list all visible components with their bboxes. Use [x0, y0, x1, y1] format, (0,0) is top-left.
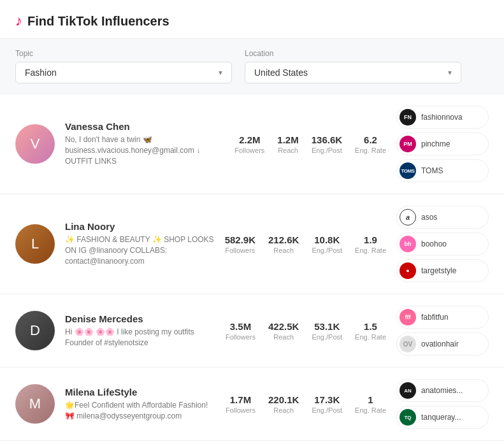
brand-logo: PM	[400, 136, 416, 152]
topic-label: Topic	[15, 49, 232, 58]
topic-dropdown[interactable]: Fashion ▾	[15, 62, 232, 83]
stat-value: 2.2M	[234, 134, 264, 145]
location-dropdown[interactable]: United States ▾	[245, 62, 461, 83]
stat-value: 212.6K	[268, 234, 299, 245]
stat-value: 1	[355, 394, 386, 405]
stat-label: Reach	[268, 406, 299, 414]
brand-name: tanqueray...	[421, 413, 461, 422]
stat-value: 422.5K	[268, 321, 299, 332]
location-chevron-icon: ▾	[448, 68, 452, 77]
influencer-row[interactable]: MMilena LifeStyle🌟Feel Confident with Af…	[0, 368, 504, 441]
avatar: D	[15, 311, 55, 350]
brand-pill[interactable]: TQtanqueray...	[396, 406, 489, 429]
filters-bar: Topic Fashion ▾ Location United States ▾	[0, 39, 504, 94]
stat-item: 1.7MFollowers	[226, 394, 256, 414]
stat-label: Eng./Post	[312, 147, 342, 154]
topic-chevron-icon: ▾	[219, 68, 222, 77]
stat-value: 6.2	[355, 134, 386, 145]
stat-label: Reach	[277, 147, 298, 154]
brand-name: ovationhair	[421, 340, 459, 348]
brand-pill[interactable]: FNfashionnova	[396, 106, 489, 129]
influencer-name[interactable]: Milena LifeStyle	[65, 387, 215, 397]
stat-item: 582.9KFollowers	[225, 234, 256, 254]
brand-list: ANanatomies...TQtanqueray...	[396, 379, 489, 429]
stat-label: Followers	[226, 406, 256, 414]
stat-label: Eng. Rate	[355, 147, 386, 154]
stat-value: 10.8K	[312, 234, 342, 245]
stat-item: 53.1KEng./Post	[312, 321, 342, 341]
brand-pill[interactable]: ●targetstyle	[396, 259, 489, 282]
page-header: ♪ Find TikTok Influencers	[0, 0, 504, 39]
stat-label: Eng./Post	[312, 333, 342, 341]
brand-pill[interactable]: aasos	[396, 206, 489, 229]
stat-value: 1.2M	[277, 134, 298, 145]
influencer-info: Vanessa ChenNo, I don't have a twin 🦋 bu…	[65, 121, 224, 166]
topic-filter-group: Topic Fashion ▾	[15, 49, 232, 83]
influencer-name[interactable]: Denise Mercedes	[65, 313, 215, 324]
influencer-name[interactable]: Lina Noory	[65, 221, 215, 232]
brand-logo: AN	[400, 382, 416, 399]
brand-pill[interactable]: bhboohoo	[396, 233, 489, 255]
influencer-row[interactable]: DDenise MercedesHi 🌸🌸 🌸🌸 I like posting …	[0, 294, 504, 368]
influencer-info: Lina Noory✨ FASHION & BEAUTY ✨ SHOP LOOK…	[65, 221, 215, 266]
influencer-info: Milena LifeStyle🌟Feel Confident with Aff…	[65, 387, 215, 422]
page-title: ♪ Find TikTok Influencers	[15, 13, 489, 29]
brand-pill[interactable]: ANanatomies...	[396, 379, 489, 402]
avatar: L	[15, 224, 55, 264]
influencer-stats: 582.9KFollowers212.6KReach10.8KEng./Post…	[225, 234, 386, 254]
brand-pill[interactable]: OVovationhair	[396, 333, 489, 355]
influencer-bio: 🌟Feel Confident with Affordable Fashion!…	[65, 400, 215, 422]
stat-label: Eng./Post	[312, 406, 342, 414]
brand-name: fashionnova	[421, 113, 463, 122]
location-label: Location	[245, 49, 461, 58]
influencer-bio: No, I don't have a twin 🦋 business.vivac…	[65, 134, 224, 166]
stat-item: 6.2Eng. Rate	[355, 134, 386, 154]
stat-item: 136.6KEng./Post	[312, 134, 342, 154]
brand-list: FNfashionnovaPMpinchmeTOMSTOMS	[396, 106, 489, 182]
stat-item: 17.3KEng./Post	[312, 394, 342, 414]
influencer-row[interactable]: LLina Noory✨ FASHION & BEAUTY ✨ SHOP LOO…	[0, 194, 504, 294]
brand-logo: FN	[400, 109, 416, 125]
influencer-name[interactable]: Vanessa Chen	[65, 121, 224, 132]
page-container: ♪ Find TikTok Influencers Topic Fashion …	[0, 0, 504, 441]
stat-value: 1.7M	[226, 394, 256, 405]
brand-name: asos	[421, 213, 437, 222]
avatar: M	[15, 384, 55, 424]
stat-value: 3.5M	[226, 321, 256, 332]
brand-name: boohoo	[421, 240, 447, 248]
stat-item: 1.2MReach	[277, 134, 298, 154]
stat-item: 1.5Eng. Rate	[355, 321, 386, 341]
stat-label: Reach	[268, 247, 299, 254]
influencer-stats: 2.2MFollowers1.2MReach136.6KEng./Post6.2…	[234, 134, 386, 154]
brand-pill[interactable]: ffffabfitfun	[396, 306, 489, 329]
stat-label: Eng. Rate	[355, 333, 386, 341]
stat-value: 582.9K	[225, 234, 256, 245]
stat-item: 422.5KReach	[268, 321, 299, 341]
stat-item: 212.6KReach	[268, 234, 299, 254]
stat-label: Followers	[234, 147, 264, 154]
brand-pill[interactable]: PMpinchme	[396, 132, 489, 155]
stat-item: 10.8KEng./Post	[312, 234, 342, 254]
brand-logo: ●	[400, 262, 416, 279]
brand-list: ffffabfitfunOVovationhair	[396, 306, 489, 355]
stat-label: Followers	[225, 247, 256, 254]
stat-item: 1Eng. Rate	[355, 394, 386, 414]
brand-logo: TQ	[400, 409, 416, 426]
stat-item: 3.5MFollowers	[226, 321, 256, 341]
stat-label: Eng. Rate	[355, 406, 386, 414]
stat-item: 1.9Eng. Rate	[355, 234, 386, 254]
stat-item: 220.1KReach	[268, 394, 299, 414]
stat-value: 53.1K	[312, 321, 342, 332]
influencer-bio: Hi 🌸🌸 🌸🌸 I like posting my outfits Found…	[65, 327, 215, 348]
influencer-bio: ✨ FASHION & BEAUTY ✨ SHOP LOOKS ON IG @l…	[65, 234, 215, 266]
brand-name: pinchme	[421, 140, 450, 148]
stat-label: Followers	[226, 333, 256, 341]
brand-list: aasosbhboohoo●targetstyle	[396, 206, 489, 282]
brand-pill[interactable]: TOMSTOMS	[396, 159, 489, 182]
influencer-stats: 1.7MFollowers220.1KReach17.3KEng./Post1E…	[226, 394, 386, 414]
stat-value: 136.6K	[312, 134, 342, 145]
influencer-stats: 3.5MFollowers422.5KReach53.1KEng./Post1.…	[226, 321, 386, 341]
influencer-row[interactable]: VVanessa ChenNo, I don't have a twin 🦋 b…	[0, 94, 504, 194]
brand-logo: OV	[400, 336, 416, 352]
stat-value: 1.5	[355, 321, 386, 332]
